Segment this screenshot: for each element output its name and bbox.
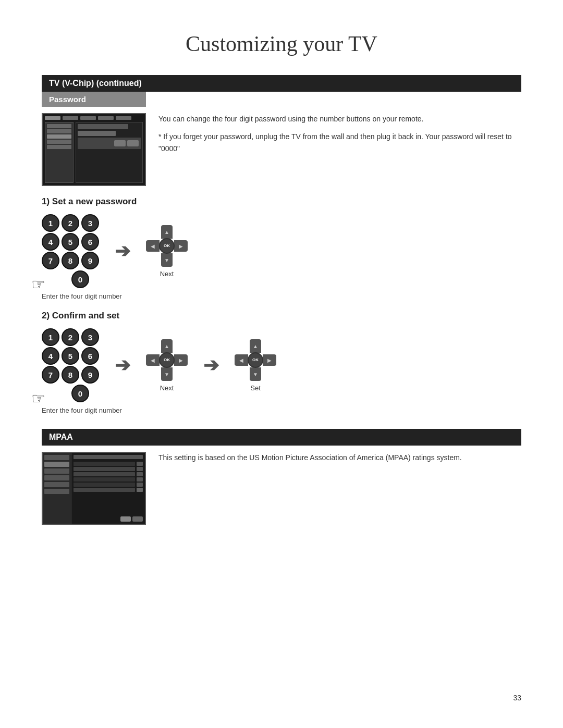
step2-row: 1 2 3 4 5 6 7 8 9 (42, 328, 521, 402)
step2-num-btn-9[interactable]: 9 (81, 366, 99, 384)
step1-enter-note: Enter the four digit number (42, 292, 521, 300)
num-btn-1[interactable]: 1 (42, 214, 59, 232)
arrow-step1: ➔ (115, 240, 130, 262)
mpaa-content: This setting is based on the US Motion P… (42, 452, 521, 525)
num-btn-3[interactable]: 3 (81, 214, 99, 232)
password-header: Password (42, 92, 146, 107)
step2-num-btn-3[interactable]: 3 (81, 328, 99, 346)
step2-dpad1-label: Next (160, 384, 174, 392)
section-header: TV (V-Chip) (continued) (42, 75, 521, 92)
num-btn-2[interactable]: 2 (62, 214, 79, 232)
dpad-center-step2b[interactable]: OK (248, 352, 263, 368)
step1-numpad: 1 2 3 4 5 6 7 8 9 (42, 214, 99, 288)
num-btn-0[interactable]: 0 (71, 270, 89, 288)
step2-dpad1: OK Next (146, 339, 188, 392)
password-tv-screen (42, 113, 146, 186)
step1-section: 1) Set a new password 1 2 3 4 5 6 (42, 196, 521, 300)
mpaa-section: MPAA (42, 429, 521, 525)
dpad-down-step1[interactable] (161, 253, 173, 267)
dpad-left-step1[interactable] (146, 240, 160, 252)
page-number: 33 (513, 694, 521, 702)
dpad-up-step2b[interactable] (250, 339, 261, 353)
dpad-up-step2a[interactable] (161, 339, 173, 353)
dpad-right-step1[interactable] (174, 240, 188, 252)
step1-dpad: OK Next (146, 225, 188, 278)
dpad-left-step2a[interactable] (146, 354, 160, 366)
step2-dpad2-label: Set (250, 384, 261, 392)
arrow-step2a: ➔ (115, 354, 130, 376)
num-btn-4[interactable]: 4 (42, 233, 59, 251)
hand-icon-step1: ☜ (31, 275, 45, 293)
step2-num-btn-7[interactable]: 7 (42, 366, 59, 384)
dpad-up-step1[interactable] (161, 225, 173, 239)
dpad-down-step2a[interactable] (161, 367, 173, 381)
step2-num-btn-2[interactable]: 2 (62, 328, 79, 346)
mpaa-tv-screen (42, 452, 146, 525)
step2-num-btn-8[interactable]: 8 (62, 366, 79, 384)
page-container: Customizing your TV TV (V-Chip) (continu… (0, 0, 563, 556)
dpad-ok-step2a[interactable]: OK (146, 339, 188, 381)
num-btn-8[interactable]: 8 (62, 252, 79, 269)
arrow-step2b: ➔ (203, 354, 219, 376)
step1-title: 1) Set a new password (42, 196, 521, 207)
dpad-down-step2b[interactable] (250, 367, 261, 381)
password-section: Password (42, 92, 521, 414)
dpad-left-step2b[interactable] (235, 354, 248, 366)
step2-title: 2) Confirm and set (42, 311, 521, 321)
step2-num-btn-0[interactable]: 0 (71, 385, 89, 402)
step2-num-btn-1[interactable]: 1 (42, 328, 59, 346)
step1-numpad-wrapper: 1 2 3 4 5 6 7 8 9 (42, 214, 99, 288)
num-btn-7[interactable]: 7 (42, 252, 59, 269)
dpad-ok-step2b[interactable]: OK (235, 339, 276, 381)
step1-dpad-label: Next (160, 270, 174, 278)
step2-enter-note: Enter the four digit number (42, 406, 521, 414)
dpad-ok-step1[interactable]: OK (146, 225, 188, 267)
step2-numpad-wrapper: 1 2 3 4 5 6 7 8 9 (42, 328, 99, 402)
page-title: Customizing your TV (42, 31, 521, 56)
step2-section: 2) Confirm and set 1 2 3 4 5 6 (42, 311, 521, 414)
dpad-center-step2a[interactable]: OK (159, 352, 175, 368)
password-description: You can change the four digit password u… (158, 113, 521, 154)
password-content: You can change the four digit password u… (42, 113, 521, 186)
hand-icon-step2: ☜ (31, 389, 45, 408)
mpaa-description: This setting is based on the US Motion P… (158, 452, 462, 463)
step2-num-btn-4[interactable]: 4 (42, 347, 59, 365)
num-btn-6[interactable]: 6 (81, 233, 99, 251)
step2-num-btn-6[interactable]: 6 (81, 347, 99, 365)
num-btn-9[interactable]: 9 (81, 252, 99, 269)
dpad-right-step2a[interactable] (174, 354, 188, 366)
step2-dpad2: OK Set (235, 339, 276, 392)
mpaa-header: MPAA (42, 429, 521, 446)
step2-numpad: 1 2 3 4 5 6 7 8 9 (42, 328, 99, 402)
step1-row: 1 2 3 4 5 6 7 8 9 (42, 214, 521, 288)
dpad-right-step2b[interactable] (263, 354, 276, 366)
num-btn-5[interactable]: 5 (62, 233, 79, 251)
step2-num-btn-5[interactable]: 5 (62, 347, 79, 365)
dpad-center-step1[interactable]: OK (159, 238, 175, 254)
